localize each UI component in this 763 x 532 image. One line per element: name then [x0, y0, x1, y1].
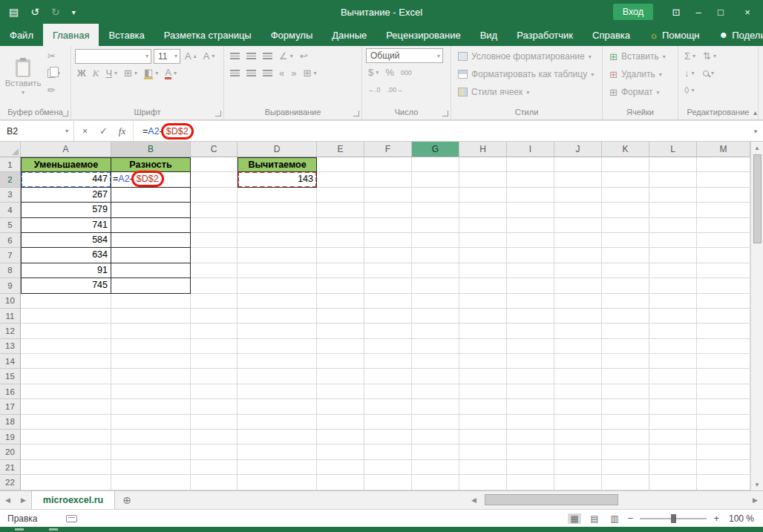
column-header-M[interactable]: M — [697, 142, 750, 157]
row-header-20[interactable]: 20 — [0, 444, 21, 459]
cell-H19[interactable] — [459, 430, 507, 444]
cell-E1[interactable] — [317, 157, 364, 172]
horizontal-scrollbar[interactable]: ◀ ▶ — [466, 491, 763, 509]
cell-C19[interactable] — [191, 430, 238, 444]
column-header-G[interactable]: G — [412, 142, 459, 157]
cell-E15[interactable] — [317, 369, 364, 384]
cell-D18[interactable] — [238, 415, 317, 430]
decrease-indent-button[interactable]: « — [277, 65, 286, 81]
cell-C6[interactable] — [191, 233, 238, 248]
cell-M19[interactable] — [697, 430, 750, 444]
cell-E7[interactable] — [317, 248, 364, 263]
align-left-button[interactable] — [228, 65, 242, 81]
cell-I20[interactable] — [507, 444, 554, 459]
cell-B22[interactable] — [111, 475, 191, 490]
font-color-button[interactable]: А▾ — [163, 65, 179, 81]
column-header-J[interactable]: J — [554, 142, 602, 157]
cell-G6[interactable] — [412, 233, 459, 248]
cell-A12[interactable] — [21, 324, 111, 338]
row-header-12[interactable]: 12 — [0, 324, 21, 338]
column-header-D[interactable]: D — [238, 142, 317, 157]
cell-A16[interactable] — [21, 384, 111, 399]
cell-D12[interactable] — [238, 324, 317, 338]
cell-L15[interactable] — [649, 369, 697, 384]
cell-H2[interactable] — [459, 172, 507, 187]
cell-E6[interactable] — [317, 233, 364, 248]
cell-A13[interactable] — [21, 339, 111, 354]
cell-I15[interactable] — [507, 369, 554, 384]
row-header-14[interactable]: 14 — [0, 354, 21, 369]
cell-K3[interactable] — [602, 188, 649, 203]
cell-H11[interactable] — [459, 309, 507, 324]
cell-G3[interactable] — [412, 188, 459, 203]
cell-M7[interactable] — [697, 248, 750, 263]
cell-H22[interactable] — [459, 475, 507, 490]
cell-G14[interactable] — [412, 354, 459, 369]
cell-I16[interactable] — [507, 384, 554, 399]
find-select-button[interactable]: ▾ — [701, 65, 718, 81]
cell-I4[interactable] — [507, 203, 554, 217]
cell-C16[interactable] — [191, 384, 238, 399]
cell-B12[interactable] — [111, 324, 191, 338]
number-format-select[interactable]: Общий▾ — [366, 48, 443, 63]
cell-B17[interactable] — [111, 399, 191, 414]
cell-G20[interactable] — [412, 444, 459, 459]
cell-K14[interactable] — [602, 354, 649, 369]
cell-L20[interactable] — [649, 444, 697, 459]
cell-D17[interactable] — [238, 399, 317, 414]
cell-F7[interactable] — [364, 248, 412, 263]
cell-L5[interactable] — [649, 218, 697, 233]
column-header-B[interactable]: B — [111, 142, 191, 157]
row-header-11[interactable]: 11 — [0, 309, 21, 324]
vertical-scrollbar-thumb[interactable] — [753, 154, 762, 243]
tab-formulas[interactable]: Формулы — [261, 24, 323, 46]
cell-C11[interactable] — [191, 309, 238, 324]
cell-E13[interactable] — [317, 339, 364, 354]
cell-D2[interactable]: 143 — [238, 172, 317, 187]
clipboard-dialog-launcher[interactable] — [62, 111, 68, 116]
vertical-scrollbar[interactable]: ▲ ▼ — [750, 142, 763, 490]
cut-button[interactable]: ✂ — [45, 48, 62, 64]
cell-A22[interactable] — [21, 475, 111, 490]
borders-button[interactable]: ⊞▾ — [122, 65, 140, 81]
cell-F2[interactable] — [364, 172, 412, 187]
cell-K5[interactable] — [602, 218, 649, 233]
cell-F16[interactable] — [364, 384, 412, 399]
cell-J4[interactable] — [554, 203, 602, 217]
cell-K21[interactable] — [602, 460, 649, 475]
cell-K17[interactable] — [602, 399, 649, 414]
cell-G17[interactable] — [412, 399, 459, 414]
cell-E2[interactable] — [317, 172, 364, 187]
scroll-right-icon[interactable]: ▶ — [747, 496, 763, 504]
cell-B5[interactable] — [111, 218, 191, 233]
column-header-L[interactable]: L — [649, 142, 697, 157]
cell-B8[interactable] — [111, 263, 191, 278]
cell-A3[interactable]: 267 — [21, 188, 111, 203]
row-header-22[interactable]: 22 — [0, 475, 21, 490]
font-size-select[interactable]: 11▾ — [154, 49, 180, 64]
cell-K2[interactable] — [602, 172, 649, 187]
next-sheet-icon[interactable]: ▶ — [16, 491, 31, 509]
cell-J10[interactable] — [554, 294, 602, 309]
cell-I1[interactable] — [507, 157, 554, 172]
cell-F8[interactable] — [364, 263, 412, 278]
cell-I12[interactable] — [507, 324, 554, 338]
cell-B13[interactable] — [111, 339, 191, 354]
cell-I5[interactable] — [507, 218, 554, 233]
cell-K9[interactable] — [602, 278, 649, 293]
increase-indent-button[interactable]: » — [289, 65, 298, 81]
cell-A1[interactable]: Уменьшаемое — [21, 157, 111, 172]
cell-I19[interactable] — [507, 430, 554, 444]
cell-D16[interactable] — [238, 384, 317, 399]
cell-L17[interactable] — [649, 399, 697, 414]
cell-C20[interactable] — [191, 444, 238, 459]
cell-H3[interactable] — [459, 188, 507, 203]
cell-L18[interactable] — [649, 415, 697, 430]
cell-J12[interactable] — [554, 324, 602, 338]
sheet-tab-active[interactable]: microexcel.ru — [31, 491, 115, 509]
cell-B11[interactable] — [111, 309, 191, 324]
zoom-in-icon[interactable]: + — [713, 513, 719, 524]
cell-G12[interactable] — [412, 324, 459, 338]
cell-C3[interactable] — [191, 188, 238, 203]
cell-E22[interactable] — [317, 475, 364, 490]
